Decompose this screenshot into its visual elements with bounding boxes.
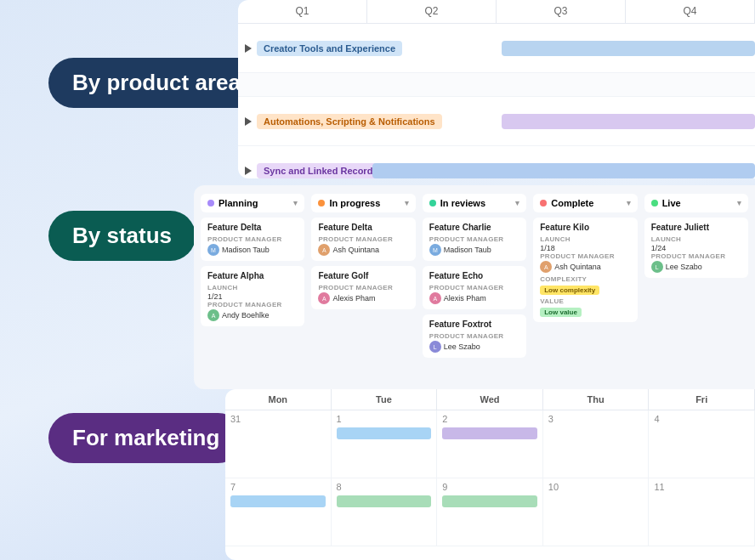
pm-label: PRODUCT MANAGER <box>207 235 298 243</box>
cal-mon: Mon <box>225 389 332 410</box>
cal-date: 11 <box>654 482 749 492</box>
pm-name: Madison Taub <box>222 246 270 254</box>
card-title: Feature Golf <box>318 271 408 280</box>
cal-cell-4[interactable]: 4 <box>649 410 755 478</box>
card-feature-alpha: Feature Alpha LAUNCH 1/21 PRODUCT MANAGE… <box>201 266 304 326</box>
cal-thu: Thu <box>543 389 650 410</box>
col-header-live: Live ▾ <box>644 194 748 212</box>
kanban-col-live: Live ▾ Feature Juliett LAUNCH 1/24 PRODU… <box>644 194 748 381</box>
cal-cell-10[interactable]: 10 <box>543 478 650 546</box>
pm-name: Andy Boehlke <box>222 311 270 320</box>
card-feature-charlie: Feature Charlie PRODUCT MANAGER M Madiso… <box>423 218 526 261</box>
card-title: Feature Delta <box>207 223 298 232</box>
pm-name: Madison Taub <box>444 246 491 254</box>
complete-chevron[interactable]: ▾ <box>627 199 631 207</box>
cal-event-purple <box>442 427 537 439</box>
inprogress-dot <box>318 200 325 206</box>
row-expand-icon[interactable] <box>245 44 252 53</box>
cal-date: 2 <box>442 414 537 424</box>
launch-label: LAUNCH <box>207 284 298 291</box>
cal-cell-2[interactable]: 2 <box>437 410 543 478</box>
avatar: A <box>318 292 330 304</box>
gantt-bar-sync <box>372 163 755 178</box>
cal-event-blue <box>337 427 432 439</box>
cal-date: 9 <box>442 482 537 492</box>
card-title: Feature Foxtrot <box>429 320 519 329</box>
cal-event-green <box>337 495 432 507</box>
inprogress-chevron[interactable]: ▾ <box>405 199 409 207</box>
inprogress-label: In progress <box>329 198 380 208</box>
card-feature-foxtrot: Feature Foxtrot PRODUCT MANAGER L Lee Sz… <box>423 314 526 358</box>
card-person: A Alexis Pham <box>318 292 408 304</box>
complexity-tag: Low complexity <box>540 286 599 295</box>
creator-tag[interactable]: Creator Tools and Experience <box>257 41 402 56</box>
cal-week1: 31 1 2 3 4 <box>225 410 755 478</box>
avatar: A <box>207 309 219 321</box>
pm-name: Alexis Pham <box>444 294 486 303</box>
cal-cell-9[interactable]: 9 <box>437 478 543 546</box>
card-person: A Andy Boehlke <box>207 309 298 321</box>
cal-cell-31[interactable]: 31 <box>225 410 332 478</box>
pm-name: Ash Quintana <box>332 246 379 254</box>
card-person: A Ash Quintana <box>540 261 630 273</box>
inreviews-label: In reviews <box>440 198 485 208</box>
pm-label: PRODUCT MANAGER <box>207 301 298 308</box>
card-person: L Lee Szabo <box>429 341 519 353</box>
avatar: A <box>429 292 441 304</box>
card-title: Feature Echo <box>429 271 519 280</box>
cal-event-blue-2 <box>230 495 326 507</box>
avatar: A <box>540 261 552 273</box>
kanban-board: Planning ▾ Feature Delta PRODUCT MANAGER… <box>201 194 748 381</box>
live-chevron[interactable]: ▾ <box>737 199 741 207</box>
pm-name: Alexis Pham <box>332 294 375 303</box>
cal-cell-3[interactable]: 3 <box>543 410 650 478</box>
q1-header: Q1 <box>238 0 367 23</box>
kanban-col-complete: Complete ▾ Feature Kilo LAUNCH 1/18 PROD… <box>533 194 637 381</box>
q3-header: Q3 <box>497 0 626 23</box>
card-person: A Alexis Pham <box>429 292 519 304</box>
row-expand-icon-3[interactable] <box>245 167 252 175</box>
card-title: Feature Charlie <box>429 223 519 232</box>
gantt-chart: Q1 Q2 Q3 Q4 Creator Tools and Experience… <box>238 0 755 178</box>
avatar: L <box>429 341 441 353</box>
card-feature-echo: Feature Echo PRODUCT MANAGER A Alexis Ph… <box>423 266 526 309</box>
cal-cell-1[interactable]: 1 <box>332 410 438 478</box>
cal-week2: 7 8 9 10 11 <box>225 478 755 546</box>
inreviews-chevron[interactable]: ▾ <box>515 199 519 207</box>
sync-tag[interactable]: Sync and Linked Records <box>257 163 384 178</box>
pm-label: PRODUCT MANAGER <box>318 284 408 291</box>
pm-label: PRODUCT MANAGER <box>429 332 519 340</box>
automations-tag[interactable]: Automations, Scripting & Notifications <box>257 114 442 129</box>
cal-date: 8 <box>337 482 432 492</box>
pm-label: PRODUCT MANAGER <box>429 284 519 291</box>
card-feature-delta-progress: Feature Delta PRODUCT MANAGER A Ash Quin… <box>311 218 415 261</box>
planning-chevron[interactable]: ▾ <box>293 199 298 207</box>
section-product-area: By product area Q1 Q2 Q3 Q4 Creator Tool… <box>0 0 755 178</box>
calendar-header: Mon Tue Wed Thu Fri <box>225 389 755 410</box>
cal-cell-7[interactable]: 7 <box>225 478 332 546</box>
pm-name: Ash Quintana <box>554 263 601 271</box>
cal-wed: Wed <box>437 389 543 410</box>
gantt-bar-automations <box>502 114 755 129</box>
cal-event-green-2 <box>442 495 537 507</box>
card-person: A Ash Quintana <box>318 244 408 256</box>
cal-cell-8[interactable]: 8 <box>332 478 438 546</box>
value-label: VALUE <box>540 297 630 305</box>
avatar: A <box>318 244 330 256</box>
complete-dot <box>540 200 547 206</box>
planning-label: Planning <box>219 198 258 208</box>
cal-date: 10 <box>548 482 644 492</box>
cal-date: 1 <box>337 414 432 424</box>
col-header-inprogress: In progress ▾ <box>311 194 415 212</box>
col-header-complete: Complete ▾ <box>533 194 637 212</box>
card-feature-golf: Feature Golf PRODUCT MANAGER A Alexis Ph… <box>311 266 415 309</box>
launch-label: LAUNCH <box>651 235 741 243</box>
card-title: Feature Juliett <box>651 223 741 232</box>
inreviews-dot <box>429 200 436 206</box>
section-status: By status Planning ▾ Feature Delta PRODU… <box>0 185 755 389</box>
cal-date: 4 <box>654 414 749 424</box>
row-expand-icon-2[interactable] <box>245 117 252 126</box>
card-title: Feature Delta <box>318 223 408 232</box>
cal-cell-11[interactable]: 11 <box>649 478 755 546</box>
value-tag: Low value <box>540 308 582 317</box>
